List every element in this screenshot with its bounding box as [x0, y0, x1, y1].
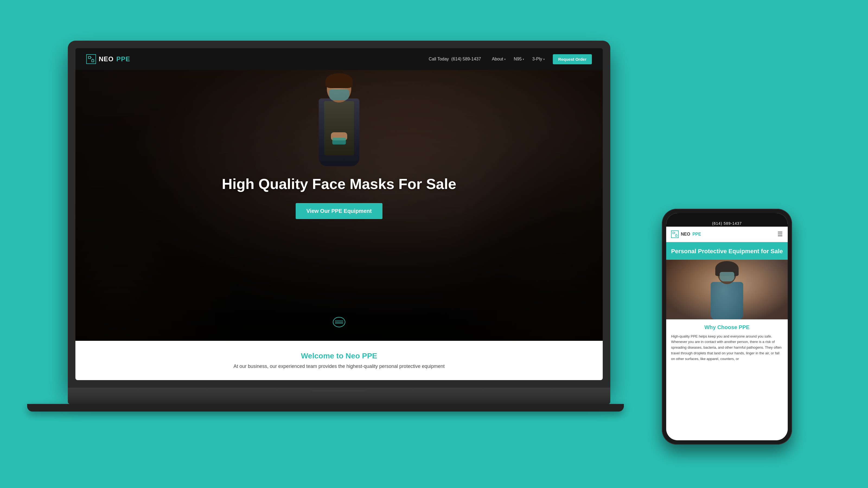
- phone-hero-section: Personal Protective Equipment for Sale: [666, 242, 788, 260]
- logo-icon: [86, 54, 96, 64]
- about-chevron-icon: ▾: [504, 58, 506, 61]
- hero-title: High Quality Face Masks For Sale: [222, 175, 456, 192]
- phone-logo-neo: NEO: [681, 232, 690, 237]
- svg-rect-9: [675, 235, 677, 236]
- phone-image-overlay: [666, 260, 788, 319]
- phone-status-text: (614) 589-1437: [712, 221, 742, 226]
- phone-section-text: High-quality PPE helps keep you and ever…: [671, 334, 783, 362]
- scroll-icon: [332, 315, 346, 330]
- phone-section-title: Why Choose PPE: [671, 324, 783, 330]
- scene: NEOPPE Call Today (614) 589-1437 About ▾: [54, 27, 814, 461]
- logo-neo: NEO: [99, 55, 114, 63]
- phone-screen: (614) 589-1437 NEOPPE: [666, 213, 788, 440]
- phone-hero-title: Personal Protective Equipment for Sale: [671, 248, 783, 255]
- nav-cta-button[interactable]: Request Order: [553, 54, 592, 64]
- svg-rect-1: [92, 60, 94, 62]
- hero-section: High Quality Face Masks For Sale View Ou…: [75, 70, 603, 341]
- phone-notch: [703, 213, 751, 221]
- phone-logo-ppe: PPE: [692, 232, 701, 237]
- logo-ppe: PPE: [116, 55, 130, 63]
- phone-menu-button[interactable]: ☰: [777, 231, 783, 238]
- laptop-base-area: [68, 388, 610, 412]
- laptop-device: NEOPPE Call Today (614) 589-1437 About ▾: [68, 41, 610, 415]
- phone-logo-icon: [671, 230, 679, 238]
- nav-3ply[interactable]: 3-Ply ▾: [532, 57, 545, 62]
- nav-phone: Call Today (614) 589-1437: [429, 57, 481, 62]
- hero-cta-button[interactable]: View Our PPE Equipment: [296, 203, 383, 219]
- svg-rect-8: [673, 232, 674, 234]
- nav-n95[interactable]: N95 ▾: [514, 57, 524, 62]
- welcome-title: Welcome to Neo PPE: [86, 352, 592, 360]
- website: NEOPPE Call Today (614) 589-1437 About ▾: [75, 48, 603, 380]
- laptop-body: NEOPPE Call Today (614) 589-1437 About ▾: [68, 41, 610, 388]
- nav-about[interactable]: About ▾: [492, 57, 506, 62]
- phone-nav: NEOPPE ☰: [666, 227, 788, 242]
- 3ply-chevron-icon: ▾: [543, 58, 545, 61]
- site-logo: NEOPPE: [86, 54, 130, 64]
- nav-links: About ▾ N95 ▾ 3-Ply ▾ Request O: [492, 54, 592, 64]
- phone-logo: NEOPPE: [671, 230, 701, 238]
- welcome-section: Welcome to Neo PPE At our business, our …: [75, 341, 603, 380]
- phone-content: Why Choose PPE High-quality PPE helps ke…: [666, 319, 788, 440]
- laptop-camera-notch: [312, 390, 366, 391]
- phone-body: (614) 589-1437 NEOPPE: [662, 209, 792, 445]
- n95-chevron-icon: ▾: [523, 58, 524, 61]
- svg-rect-0: [88, 56, 91, 59]
- welcome-text: At our business, our experienced team pr…: [86, 364, 592, 369]
- laptop-base: [68, 388, 610, 404]
- laptop-foot: [27, 404, 624, 412]
- phone-hero-image: [666, 260, 788, 319]
- site-nav: NEOPPE Call Today (614) 589-1437 About ▾: [75, 48, 603, 70]
- phone-device: (614) 589-1437 NEOPPE: [662, 209, 792, 445]
- hero-content: High Quality Face Masks For Sale View Ou…: [222, 175, 456, 219]
- laptop-screen: NEOPPE Call Today (614) 589-1437 About ▾: [75, 48, 603, 380]
